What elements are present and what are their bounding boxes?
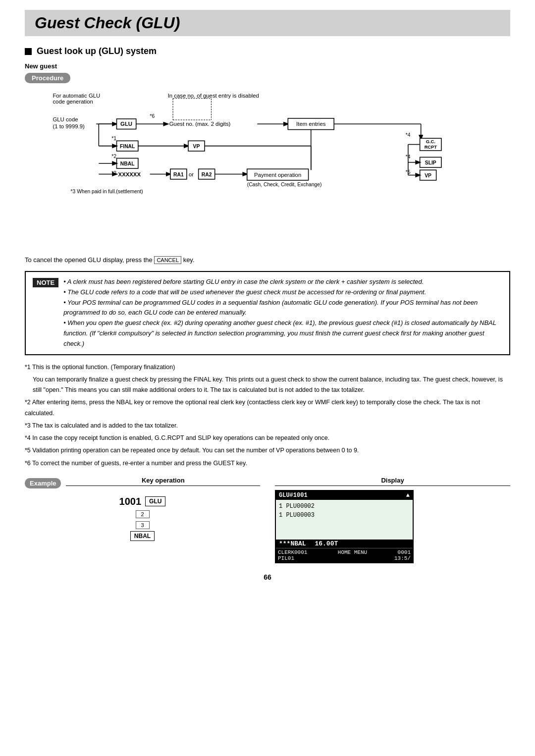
- footer-home-menu: HOME MENU: [338, 549, 367, 555]
- subsection-title: New guest: [25, 62, 510, 70]
- display-line-2: 1 PLU00003: [279, 511, 410, 520]
- note-label: NOTE: [33, 278, 58, 287]
- svg-text:(Cash, Check, Credit, Exchange: (Cash, Check, Credit, Exchange): [247, 182, 322, 187]
- key-2-button: 2: [136, 510, 150, 518]
- footnote-2: *2 After entering items, press the NBAL …: [25, 397, 510, 419]
- footnote-id-5: *5: [25, 447, 31, 454]
- footer-num: 0001: [398, 549, 411, 555]
- svg-text:SLIP: SLIP: [425, 160, 436, 165]
- footnote-id-4: *4: [25, 434, 31, 441]
- display-line-1: 1 PLU00002: [279, 502, 410, 511]
- footnote-id-2: *2: [25, 399, 31, 406]
- display-header-glu: GLU#1001: [279, 492, 308, 499]
- svg-text:*6: *6: [150, 113, 155, 119]
- svg-text:In case no. of guest entry is : In case no. of guest entry is disabled: [168, 93, 259, 99]
- footnote-4: *4 In case the copy receipt function is …: [25, 433, 510, 443]
- svg-text:FINAL: FINAL: [120, 144, 135, 149]
- footnote-text-2: After entering items, press the NBAL key…: [25, 399, 480, 416]
- key-row-3: 3: [136, 520, 150, 529]
- display-total-value: 16.00T: [315, 540, 338, 547]
- section-title: Guest look up (GLU) system: [25, 46, 510, 56]
- auto-glu-text: For automatic GLU: [53, 93, 100, 99]
- example-section: Example Key operation 1001 GLU 2 3 NBAL …: [25, 477, 510, 563]
- svg-text:or: or: [189, 171, 194, 177]
- footnote-text-4: In case the copy receipt function is ena…: [32, 434, 329, 441]
- svg-text:*2: *2: [111, 170, 116, 176]
- display-header-arrow: ▲: [406, 492, 410, 499]
- svg-text:GLU code: GLU code: [53, 116, 78, 122]
- footer-time: 13:5/: [394, 555, 411, 561]
- svg-text:VP: VP: [425, 173, 431, 178]
- svg-text:(1 to 9999.9): (1 to 9999.9): [53, 123, 85, 129]
- example-header: Example Key operation: [25, 477, 260, 490]
- svg-text:GLU: GLU: [120, 121, 132, 127]
- svg-text:Item entries: Item entries: [296, 121, 326, 127]
- svg-text:code generation: code generation: [53, 99, 93, 105]
- svg-text:NBAL: NBAL: [120, 161, 135, 166]
- key-operation-title: Key operation: [66, 477, 260, 486]
- display-title: Display: [275, 477, 510, 486]
- footnote-1-body: You can temporarily finalize a guest che…: [33, 375, 510, 396]
- footnote-text-6: To correct the number of guests, re-ente…: [32, 460, 247, 467]
- svg-text:G.C.: G.C.: [426, 139, 435, 144]
- footnote-id-1: *1: [25, 364, 31, 371]
- note-bullet-3: • Your POS terminal can be programmed GL…: [63, 298, 502, 319]
- key-3-button: 3: [136, 521, 150, 529]
- page-title: Guest Check (GLU): [25, 10, 510, 36]
- footnote-text-3: The tax is calculated and is added to th…: [32, 422, 178, 429]
- svg-text:*2: *2: [111, 154, 116, 159]
- svg-text:XXXXXX: XXXXXX: [118, 171, 141, 177]
- display-footer-row-1: CLERK0001 HOME MENU 0001: [278, 549, 411, 555]
- example-right: Display GLU#1001 ▲ 1 PLU00002 1 PLU00003…: [275, 477, 510, 563]
- section-title-text: Guest look up (GLU) system: [37, 46, 157, 56]
- display-footer: CLERK0001 HOME MENU 0001 PIL01 13:5/: [276, 548, 413, 562]
- svg-text:VP: VP: [193, 144, 200, 149]
- note-bullet-1: • A clerk must has been registered befor…: [63, 277, 502, 287]
- black-square-icon: [25, 48, 32, 55]
- display-body: 1 PLU00002 1 PLU00003: [276, 500, 413, 540]
- cancel-key: CANCEL: [154, 256, 181, 264]
- flowchart: For automatic GLU code generation GLU co…: [25, 88, 510, 248]
- display-total: ***NBAL 16.00T: [276, 540, 413, 548]
- note-box: NOTE • A clerk must has been registered …: [25, 271, 510, 355]
- svg-text:*1: *1: [111, 136, 116, 141]
- cancel-text2: key.: [183, 256, 195, 264]
- key-operation-area: 1001 GLU 2 3 NBAL: [25, 493, 260, 541]
- key-number: 1001: [119, 496, 142, 507]
- cancel-text-label: To cancel the opened GLU display, press …: [25, 256, 153, 264]
- footer-clerk: CLERK0001: [278, 549, 307, 555]
- page-number: 66: [25, 573, 510, 581]
- footer-pil: PIL01: [278, 555, 294, 561]
- footnote-1: *1 This is the optional function. (Tempo…: [25, 362, 510, 373]
- key-row-1001: 1001 GLU: [119, 496, 166, 507]
- footnote-6: *6 To correct the number of guests, re-e…: [25, 458, 510, 469]
- flowchart-svg: For automatic GLU code generation GLU co…: [25, 88, 510, 247]
- cancel-text: To cancel the opened GLU display, press …: [25, 256, 510, 264]
- footnotes: *1 This is the optional function. (Tempo…: [25, 362, 510, 469]
- display-terminal: GLU#1001 ▲ 1 PLU00002 1 PLU00003 ***NBAL…: [275, 490, 414, 563]
- example-badge: Example: [25, 478, 61, 488]
- footnote-id-3: *3: [25, 422, 31, 429]
- footnote-text-1: This is the optional function. (Temporar…: [32, 364, 175, 371]
- footnote-3: *3 The tax is calculated and is added to…: [25, 421, 510, 431]
- svg-text:RCPT: RCPT: [425, 145, 437, 150]
- display-footer-row-2: PIL01 13:5/: [278, 555, 411, 561]
- footnote-5: *5 Validation printing operation can be …: [25, 445, 510, 456]
- display-glu-number: 1001: [293, 492, 308, 499]
- footnote-1-body-text: You can temporarily finalize a guest che…: [33, 376, 503, 393]
- note-bullet-4: • When you open the guest check (ex. #2)…: [63, 318, 502, 349]
- display-header: GLU#1001 ▲: [276, 491, 413, 500]
- example-left: Example Key operation 1001 GLU 2 3 NBAL: [25, 477, 260, 541]
- note-bullet-2: • The GLU code refers to a code that wil…: [63, 287, 502, 298]
- svg-text:*4: *4: [406, 132, 411, 138]
- footnote-text-5: Validation printing operation can be rep…: [32, 447, 359, 454]
- display-total-label: ***NBAL: [279, 540, 306, 547]
- note-content: • A clerk must has been registered befor…: [63, 277, 502, 349]
- footnote-id-6: *6: [25, 460, 31, 467]
- key-glu-button: GLU: [145, 496, 165, 506]
- key-row-nbal: NBAL: [130, 531, 155, 541]
- svg-text:Guest no. (max. 2 digits): Guest no. (max. 2 digits): [169, 121, 231, 127]
- svg-text:*3 When paid in full.(settleme: *3 When paid in full.(settlement): [71, 189, 143, 194]
- procedure-badge: Procedure: [25, 73, 70, 83]
- svg-text:RA1: RA1: [173, 172, 184, 177]
